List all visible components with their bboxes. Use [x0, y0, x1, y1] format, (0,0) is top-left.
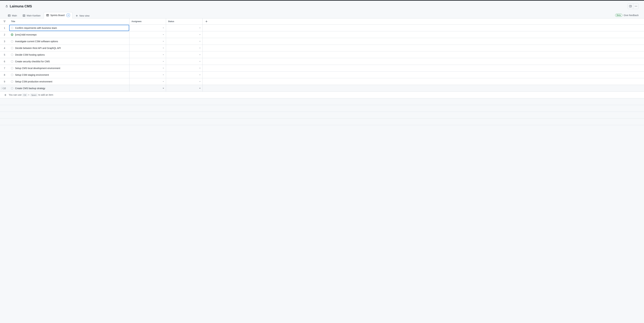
row-number-text: 4	[4, 47, 5, 49]
cell-assignees[interactable]	[130, 25, 166, 31]
chevron-down-icon	[162, 74, 164, 76]
cell-title[interactable]: Setup CMS local development environment	[9, 65, 130, 71]
chevron-down-icon	[162, 81, 164, 82]
new-view-label: New view	[80, 14, 90, 17]
cell-assignees[interactable]	[130, 78, 166, 85]
cell-assignees[interactable]	[130, 38, 166, 44]
panel-icon	[629, 5, 632, 7]
cell-status[interactable]	[166, 85, 202, 91]
cell-status[interactable]	[166, 31, 202, 38]
lock-icon	[5, 5, 8, 7]
view-tabs: Main Main Kanban Sprints Bo	[5, 12, 92, 18]
table-row[interactable]: 9Setup CSM production environment	[0, 78, 644, 85]
cell-status[interactable]	[166, 65, 202, 71]
cell-status[interactable]	[166, 78, 202, 85]
chevron-down-icon	[199, 87, 201, 89]
more-menu-button[interactable]	[633, 3, 638, 9]
issue-open-icon	[11, 33, 14, 36]
draft-issue-icon	[11, 60, 14, 63]
row-menu-button[interactable]	[1, 87, 4, 90]
row-number: 9	[0, 78, 9, 85]
header-button-group	[628, 3, 639, 9]
cell-title[interactable]: Confirm requirments with business team	[9, 25, 130, 31]
cell-title[interactable]: Create security checklist for CMS	[9, 58, 130, 65]
cell-title[interactable]: Create CMS backup strategy	[9, 85, 130, 91]
chevron-down-icon	[162, 47, 164, 49]
cell-title[interactable]: Decide CSM hosting options	[9, 51, 130, 58]
ghost-row	[0, 105, 644, 112]
table-row[interactable]: 7Setup CMS local development environment	[0, 65, 644, 71]
cell-status[interactable]	[166, 58, 202, 65]
svg-point-25	[12, 34, 12, 35]
chevron-down-icon	[162, 27, 164, 29]
row-number-text: 3	[4, 40, 5, 43]
svg-point-27	[11, 47, 13, 49]
tab-main-kanban[interactable]: Main Kanban	[20, 13, 43, 18]
table-row[interactable]: 5Decide CSM hosting options	[0, 51, 644, 58]
issue-title: [cms] Add monorepo	[15, 33, 36, 36]
cell-assignees[interactable]	[130, 65, 166, 71]
row-number-text: 1	[4, 27, 5, 29]
tab-options-button[interactable]	[66, 13, 70, 17]
cell-title[interactable]: Setup CSM production environment	[9, 78, 130, 85]
hint-post: to add an item	[38, 93, 53, 96]
svg-point-29	[11, 60, 13, 62]
row-number-text: 9	[4, 80, 5, 83]
svg-rect-0	[6, 6, 8, 7]
cell-status[interactable]	[166, 45, 202, 51]
table-row[interactable]: 1Confirm requirments with business team	[0, 25, 644, 31]
column-header-status[interactable]: Status	[166, 18, 202, 24]
table-row[interactable]: 6Create security checklist for CMS	[0, 58, 644, 65]
cell-status[interactable]	[166, 38, 202, 44]
cell-status[interactable]	[166, 51, 202, 58]
chevron-down-icon	[162, 40, 164, 42]
issue-title: Setup CMS local development environment	[15, 67, 60, 69]
column-header-title[interactable]: Title	[9, 18, 130, 24]
ghost-row	[0, 112, 644, 118]
issue-title: Setup CSM staging environment	[15, 73, 49, 76]
draft-issue-icon	[11, 67, 14, 69]
cell-status[interactable]	[166, 71, 202, 78]
chevron-down-icon	[162, 61, 164, 62]
filter-button[interactable]	[0, 18, 9, 24]
tab-label: Sprints Board	[50, 14, 64, 16]
cell-title[interactable]: Investigate current CSM software options	[9, 38, 130, 44]
cell-empty	[202, 58, 644, 65]
cell-title[interactable]: Setup CSM staging environment	[9, 71, 130, 78]
tab-sprints-board[interactable]: Sprints Board	[44, 12, 72, 18]
row-number: 6	[0, 58, 9, 65]
give-feedback-link[interactable]: Give feedback	[624, 14, 639, 16]
row-number: 3	[0, 38, 9, 44]
add-column-button[interactable]	[202, 18, 210, 24]
kebab-icon	[634, 5, 637, 7]
svg-point-30	[11, 67, 13, 69]
table-row[interactable]: 10Create CMS backup strategy	[0, 85, 644, 92]
cell-title[interactable]: Decide between Rest API and GraphQL API	[9, 45, 130, 51]
draft-issue-icon	[11, 87, 14, 90]
svg-point-32	[11, 81, 13, 83]
cell-assignees[interactable]	[130, 31, 166, 38]
hint-plus: +	[28, 93, 29, 96]
cell-assignees[interactable]	[130, 45, 166, 51]
add-item-row[interactable]: You can use Ctrl + Space to add an item	[0, 92, 644, 98]
new-view-button[interactable]: New view	[73, 13, 92, 18]
cell-assignees[interactable]	[130, 85, 166, 91]
cell-status[interactable]	[166, 25, 202, 31]
cell-assignees[interactable]	[130, 71, 166, 78]
panel-toggle-button[interactable]	[628, 3, 633, 9]
chevron-down-icon	[199, 54, 201, 56]
row-number-text: 6	[4, 60, 5, 63]
table-row[interactable]: 8Setup CSM staging environment	[0, 71, 644, 78]
svg-point-28	[11, 54, 13, 56]
project-title: Laimuna CMS	[10, 4, 32, 8]
svg-rect-13	[46, 14, 49, 16]
tab-main[interactable]: Main	[5, 13, 20, 18]
table-row[interactable]: 4Decide between Rest API and GraphQL API	[0, 45, 644, 51]
column-header-assignees[interactable]: Assignees	[130, 18, 166, 24]
cell-empty	[202, 85, 644, 91]
cell-title[interactable]: [cms] Add monorepo	[9, 31, 130, 38]
cell-assignees[interactable]	[130, 58, 166, 65]
table-row[interactable]: 2[cms] Add monorepo	[0, 31, 644, 38]
cell-assignees[interactable]	[130, 51, 166, 58]
table-row[interactable]: 3Investigate current CSM software option…	[0, 38, 644, 45]
